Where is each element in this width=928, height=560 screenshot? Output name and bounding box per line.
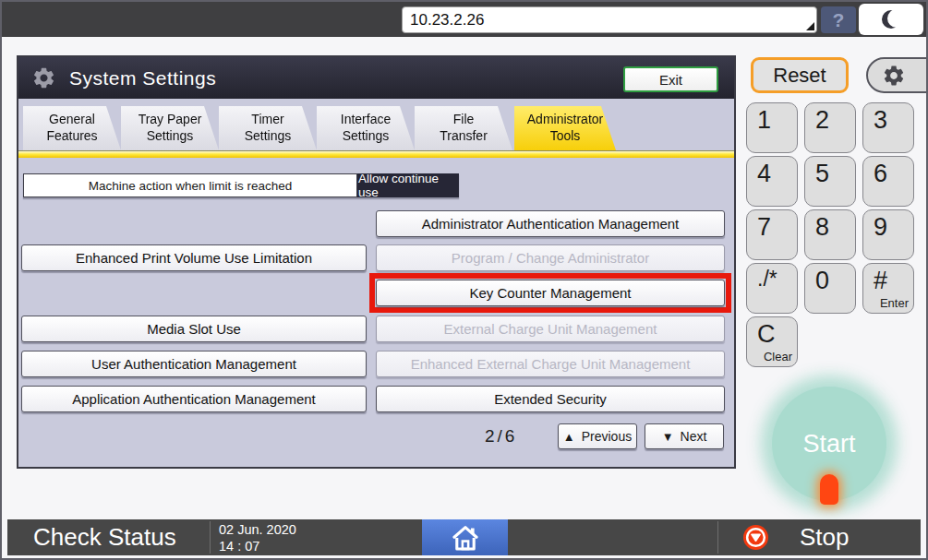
application-authentication-management-button[interactable]: Application Authentication Management (21, 386, 367, 412)
stop-icon (743, 525, 768, 550)
program-change-administrator-button: Program / Change Administrator (376, 244, 725, 271)
limit-setting-row[interactable]: Machine action when limit is reached All… (23, 173, 459, 197)
administrator-authentication-management-button[interactable]: Administrator Authentication Management (376, 210, 725, 237)
page-title: System Settings (69, 67, 216, 89)
keypad-clear[interactable]: C Clear (746, 316, 798, 367)
start-indicator-light (820, 474, 838, 505)
external-charge-unit-management-button: External Charge Unit Management (376, 316, 725, 342)
date-text: 02 Jun. 2020 (219, 521, 296, 538)
keypad-enter[interactable]: # Enter (862, 263, 914, 314)
tab-general-features[interactable]: GeneralFeatures (23, 106, 121, 150)
ip-address-field[interactable]: 10.23.2.26 (402, 6, 817, 33)
system-settings-panel: System Settings Exit GeneralFeatures Tra… (17, 55, 736, 469)
user-authentication-management-button[interactable]: User Authentication Management (21, 351, 367, 377)
next-page-button[interactable]: ▼ Next (645, 423, 724, 449)
time-text: 14 : 07 (219, 538, 296, 554)
key-counter-management-button[interactable]: Key Counter Management (376, 280, 725, 306)
keypad-9[interactable]: 9 (862, 209, 914, 260)
check-status-button[interactable]: Check Status (33, 523, 176, 552)
hash-label: # (874, 267, 887, 294)
keypad-1[interactable]: 1 (746, 102, 798, 153)
keypad-0[interactable]: 0 (804, 263, 856, 314)
exit-button[interactable]: Exit (623, 66, 718, 92)
top-status-bar: 10.23.2.26 ? (2, 2, 926, 37)
keypad-7[interactable]: 7 (746, 209, 798, 260)
previous-page-button[interactable]: ▲ Previous (558, 423, 637, 449)
enhanced-print-volume-use-limitation-button[interactable]: Enhanced Print Volume Use Limitation (21, 244, 367, 271)
device-screen: 10.23.2.26 ? System Settings Exit Genera… (0, 0, 928, 560)
tab-tray-paper-settings[interactable]: Tray PaperSettings (121, 106, 219, 150)
extended-security-button[interactable]: Extended Security (376, 386, 725, 412)
tab-interface-settings[interactable]: InterfaceSettings (317, 106, 415, 150)
keypad-3[interactable]: 3 (862, 102, 914, 153)
divider (717, 521, 718, 554)
energy-saver-button[interactable] (859, 4, 923, 35)
page-indicator: 2/6 (485, 426, 517, 447)
keypad-5[interactable]: 5 (804, 156, 856, 207)
previous-label: Previous (582, 429, 632, 444)
home-icon (449, 522, 482, 554)
gear-icon (882, 64, 906, 88)
tab-file-transfer[interactable]: FileTransfer (415, 106, 512, 150)
tab-strip: GeneralFeatures Tray PaperSettings Timer… (18, 97, 734, 150)
keypad-4[interactable]: 4 (746, 156, 798, 207)
tab-administrator-tools[interactable]: AdministratorTools (514, 106, 616, 150)
divider (210, 521, 211, 554)
moon-icon (882, 10, 900, 29)
keypad-dot-asterisk[interactable]: ./* (746, 263, 798, 314)
enhanced-external-charge-unit-management-button: Enhanced External Charge Unit Management (376, 351, 725, 377)
settings-pill-button[interactable] (866, 57, 928, 93)
keypad-2[interactable]: 2 (804, 102, 856, 153)
triangle-up-icon: ▲ (563, 430, 575, 444)
gear-icon (31, 66, 56, 90)
stop-button[interactable]: Stop (800, 523, 850, 552)
keypad-6[interactable]: 6 (862, 156, 914, 207)
reset-button[interactable]: Reset (751, 57, 849, 93)
limit-setting-value: Allow continue use (357, 173, 459, 197)
triangle-down-icon: ▼ (662, 430, 674, 444)
help-button[interactable]: ? (821, 6, 856, 33)
limit-setting-label: Machine action when limit is reached (23, 173, 357, 197)
next-label: Next (681, 429, 707, 444)
panel-title-bar: System Settings Exit (18, 57, 734, 99)
selected-tab-underline (18, 150, 734, 158)
clear-sublabel: Clear (764, 350, 792, 363)
clear-key-label: C (757, 320, 776, 348)
datetime-display: 02 Jun. 2020 14 : 07 (219, 521, 296, 554)
tab-timer-settings[interactable]: TimerSettings (219, 106, 317, 150)
enter-sublabel: Enter (880, 296, 909, 310)
keypad-8[interactable]: 8 (804, 209, 856, 260)
media-slot-use-button[interactable]: Media Slot Use (21, 316, 367, 342)
bottom-status-bar: Check Status 02 Jun. 2020 14 : 07 Stop (7, 519, 921, 555)
home-button[interactable] (422, 519, 508, 555)
